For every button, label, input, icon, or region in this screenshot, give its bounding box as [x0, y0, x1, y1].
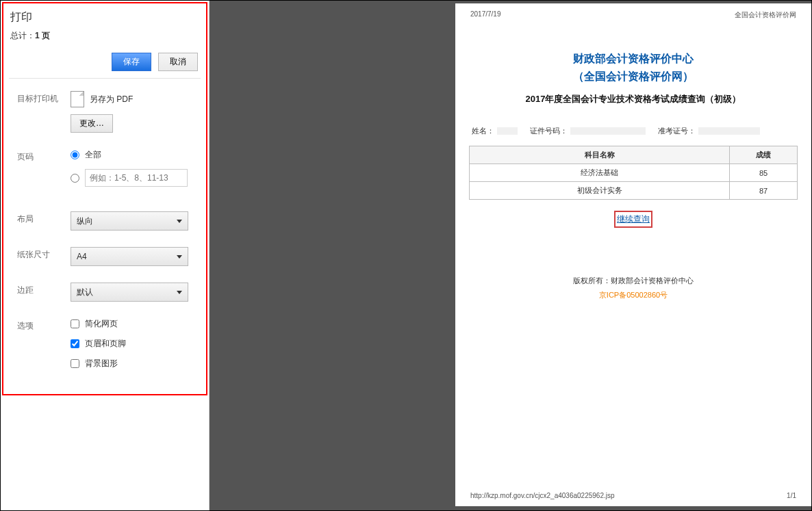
- chevron-down-icon: [177, 220, 182, 223]
- continue-query-link[interactable]: 继续查询: [614, 211, 652, 228]
- destination-value: 另存为 PDF: [90, 94, 133, 105]
- document-subtitle: 2017年度全国会计专业技术资格考试成绩查询（初级）: [469, 93, 798, 105]
- cancel-button[interactable]: 取消: [158, 53, 198, 71]
- print-title: 打印: [10, 10, 199, 25]
- page-footer-url: http://kzp.mof.gov.cn/cjcx2_a4036a022596…: [470, 492, 615, 499]
- page-header-date: 2017/7/19: [470, 10, 501, 20]
- paper-size-select[interactable]: A4: [71, 247, 188, 266]
- pages-all-radio[interactable]: 全部: [71, 149, 194, 161]
- chevron-down-icon: [177, 255, 182, 259]
- pdf-file-icon: [71, 91, 84, 107]
- col-score: 成绩: [730, 146, 798, 164]
- margin-label: 边距: [17, 283, 71, 302]
- page-footer-pagenum: 1/1: [787, 492, 796, 499]
- option-header-footer-checkbox[interactable]: 页眉和页脚: [71, 338, 194, 350]
- pages-label: 页码: [17, 149, 71, 195]
- option-background-checkbox[interactable]: 背景图形: [71, 358, 194, 369]
- preview-page: 2017/7/19 全国会计资格评价网 财政部会计资格评价中心 （全国会计资格评…: [455, 3, 811, 506]
- document-title: 财政部会计资格评价中心 （全国会计资格评价网）: [469, 50, 798, 85]
- table-row: 初级会计实务 87: [470, 182, 798, 200]
- option-simplify-checkbox[interactable]: 简化网页: [71, 318, 194, 330]
- paper-size-label: 纸张尺寸: [17, 247, 71, 266]
- print-preview-area: 2017/7/19 全国会计资格评价网 财政部会计资格评价中心 （全国会计资格评…: [210, 1, 811, 510]
- copyright-text: 版权所有：财政部会计资格评价中心: [469, 276, 798, 286]
- change-destination-button[interactable]: 更改…: [71, 114, 113, 133]
- col-subject: 科目名称: [470, 146, 730, 164]
- margin-select[interactable]: 默认: [71, 283, 188, 302]
- layout-label: 布局: [17, 211, 71, 231]
- table-row: 经济法基础 85: [470, 164, 798, 182]
- chevron-down-icon: [177, 291, 182, 294]
- page-header-title: 全国会计资格评价网: [735, 10, 796, 20]
- layout-select[interactable]: 纵向: [71, 211, 188, 231]
- candidate-info-row: 姓名： 证件号码： 准考证号：: [472, 126, 795, 136]
- options-label: 选项: [17, 318, 71, 378]
- destination-label: 目标打印机: [17, 91, 71, 133]
- print-settings-panel: 打印 总计：1 页 保存 取消 目标打印机 另存为 PDF 更改…: [1, 1, 210, 510]
- icp-text: 京ICP备05002860号: [469, 290, 798, 300]
- print-total: 总计：1 页: [10, 30, 201, 42]
- pages-range-radio[interactable]: [71, 169, 194, 187]
- score-table: 科目名称 成绩 经济法基础 85 初级会计实务 87: [469, 146, 798, 200]
- pages-range-input[interactable]: [85, 169, 188, 187]
- save-button[interactable]: 保存: [112, 53, 151, 71]
